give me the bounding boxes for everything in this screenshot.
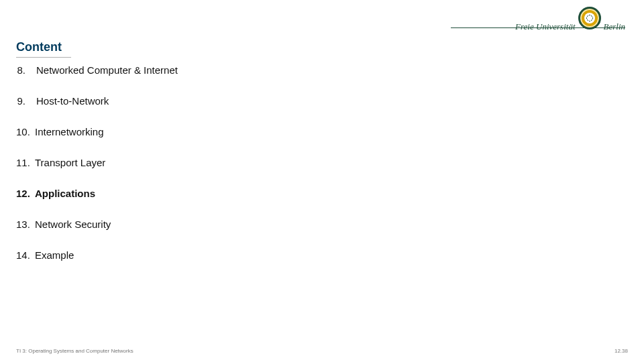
logo-word-left: Freie Universität xyxy=(515,21,575,32)
list-item: 9. Host-to-Network xyxy=(16,95,628,107)
content-list: 8. Networked Computer & Internet 9. Host… xyxy=(16,64,628,280)
list-item: 13. Network Security xyxy=(16,219,628,231)
seal-icon xyxy=(578,7,601,29)
item-label: Transport Layer xyxy=(35,157,105,169)
footer: TI 3: Operating Systems and Computer Net… xyxy=(16,348,628,354)
item-label: Network Security xyxy=(35,219,111,231)
list-item: 8. Networked Computer & Internet xyxy=(16,64,628,76)
item-number: 13. xyxy=(16,219,31,231)
list-item: 10. Internetworking xyxy=(16,126,628,138)
item-number: 11. xyxy=(16,157,31,169)
university-logo: Freie Universität Berlin xyxy=(515,7,625,32)
list-item: 11. Transport Layer xyxy=(16,157,628,169)
footer-right: 12.38 xyxy=(614,348,628,354)
item-label: Internetworking xyxy=(35,126,104,138)
item-number: 8. xyxy=(16,64,25,76)
item-number: 9. xyxy=(16,95,25,107)
logo-word-right: Berlin xyxy=(604,21,626,32)
item-number: 12. xyxy=(16,188,31,200)
item-label: Applications xyxy=(35,188,95,200)
item-number: 10. xyxy=(16,126,31,138)
footer-left: TI 3: Operating Systems and Computer Net… xyxy=(16,348,133,354)
slide: Freie Universität Berlin Content 8. Netw… xyxy=(0,0,644,362)
logo-wordmark: Freie Universität Berlin xyxy=(515,7,625,32)
list-item: 14. Example xyxy=(16,249,628,261)
item-number: 14. xyxy=(16,249,31,261)
page-title: Content xyxy=(16,40,71,58)
list-item: 12. Applications xyxy=(16,188,628,200)
logo-underline xyxy=(451,27,625,28)
item-label: Networked Computer & Internet xyxy=(36,64,178,76)
item-label: Example xyxy=(35,249,74,261)
item-label: Host-to-Network xyxy=(36,95,109,107)
